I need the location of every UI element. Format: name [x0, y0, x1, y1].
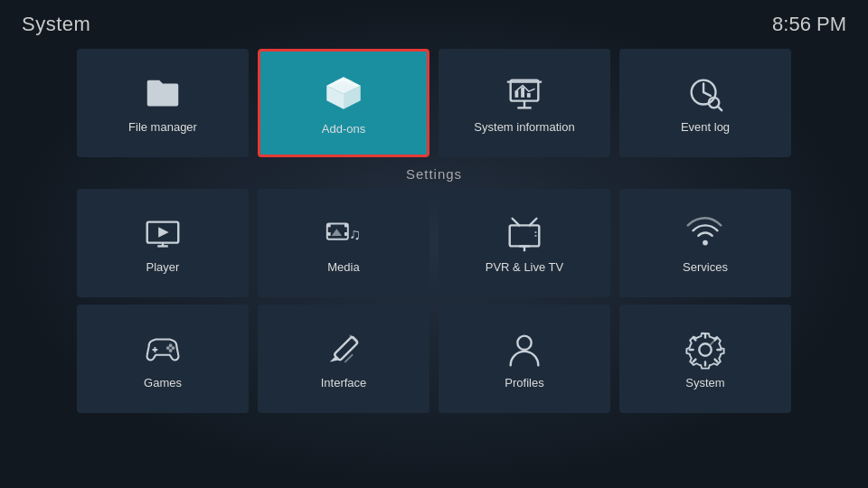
svg-rect-5 [514, 90, 518, 98]
tv-icon [504, 213, 545, 255]
tile-pvr-live-tv[interactable]: PVR & Live TV [439, 189, 610, 297]
tile-interface[interactable]: Interface [258, 305, 429, 413]
tile-system-label: System [685, 376, 724, 389]
box-icon [321, 71, 366, 117]
tile-games[interactable]: Games [77, 305, 249, 413]
svg-line-40 [345, 354, 353, 361]
svg-rect-18 [327, 223, 331, 227]
tile-interface-label: Interface [321, 376, 367, 389]
pencil-icon [323, 329, 364, 371]
tile-player[interactable]: Player [77, 189, 249, 297]
page-title: System [22, 13, 90, 36]
svg-rect-21 [344, 232, 348, 236]
tile-profiles-label: Profiles [505, 376, 543, 389]
clock-search-icon [684, 73, 726, 115]
svg-rect-19 [327, 232, 331, 236]
section-settings-label: Settings [0, 166, 868, 182]
tile-add-ons-label: Add-ons [322, 122, 365, 136]
tile-system-information[interactable]: System information [439, 49, 610, 157]
person-icon [504, 329, 545, 371]
tile-player-label: Player [146, 260, 180, 274]
play-icon [142, 213, 184, 255]
tile-media[interactable]: ♫ Media [258, 189, 429, 297]
clock: 8:56 PM [772, 13, 846, 36]
svg-rect-23 [510, 225, 540, 246]
svg-point-35 [169, 343, 173, 347]
tile-event-log-label: Event log [681, 120, 730, 134]
svg-line-10 [703, 92, 711, 96]
svg-point-36 [169, 349, 173, 352]
top-tiles-row: File manager Add-ons [0, 49, 868, 157]
tile-system-information-label: System information [474, 120, 574, 134]
gear-icon [684, 329, 726, 371]
svg-point-34 [172, 346, 175, 350]
svg-point-33 [166, 346, 170, 350]
svg-text:♫: ♫ [349, 224, 361, 242]
tile-file-manager[interactable]: File manager [77, 49, 249, 157]
tile-event-log[interactable]: Event log [619, 49, 791, 157]
tile-pvr-live-tv-label: PVR & Live TV [486, 260, 563, 274]
tile-profiles[interactable]: Profiles [439, 305, 610, 413]
svg-rect-20 [344, 223, 348, 227]
media-icon: ♫ [323, 213, 364, 255]
folder-icon [142, 73, 184, 115]
tile-games-label: Games [144, 376, 182, 389]
tile-add-ons[interactable]: Add-ons [258, 49, 429, 157]
settings-grid: Player ♫ Media [0, 189, 868, 411]
tile-services[interactable]: Services [619, 189, 791, 297]
svg-marker-16 [158, 227, 169, 238]
tile-media-label: Media [327, 260, 359, 274]
svg-point-30 [703, 239, 708, 245]
header: System 8:56 PM [0, 0, 868, 43]
gamepad-icon [142, 329, 184, 371]
chart-icon [504, 73, 545, 115]
svg-point-41 [517, 335, 531, 349]
svg-line-12 [718, 106, 722, 109]
tile-services-label: Services [683, 260, 728, 274]
tile-file-manager-label: File manager [128, 120, 197, 134]
svg-rect-6 [521, 87, 524, 98]
wifi-icon [684, 213, 726, 255]
system-settings-page: System 8:56 PM File manager A [0, 0, 868, 488]
svg-point-42 [699, 343, 711, 355]
tile-system[interactable]: System [619, 305, 791, 413]
svg-rect-7 [527, 93, 531, 98]
